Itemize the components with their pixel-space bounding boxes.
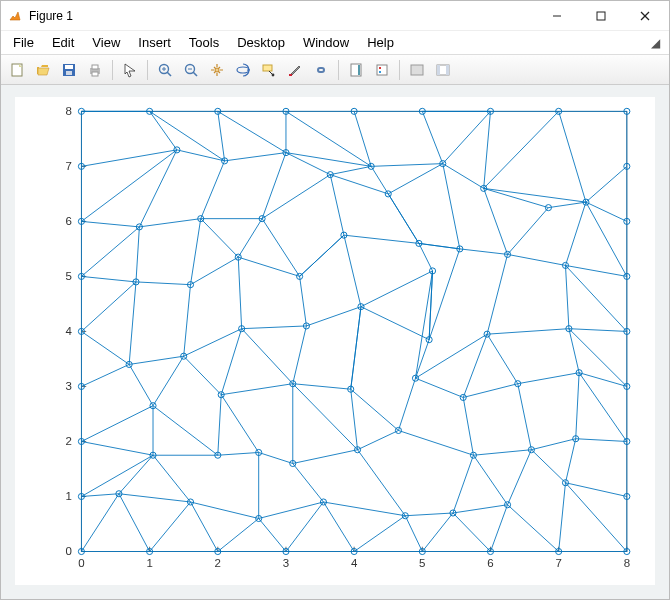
- svg-text:3: 3: [283, 557, 289, 569]
- menu-edit[interactable]: Edit: [44, 33, 82, 52]
- menu-insert[interactable]: Insert: [130, 33, 179, 52]
- svg-rect-33: [446, 65, 449, 75]
- zoom-in-button[interactable]: [153, 58, 177, 82]
- dock-chevron-icon[interactable]: ◢: [645, 36, 665, 50]
- svg-rect-1: [597, 12, 605, 20]
- svg-text:5: 5: [419, 557, 425, 569]
- window-title: Figure 1: [29, 9, 73, 23]
- svg-text:2: 2: [65, 435, 71, 447]
- svg-rect-6: [65, 65, 73, 69]
- menu-file[interactable]: File: [5, 33, 42, 52]
- close-button[interactable]: [623, 2, 667, 30]
- svg-rect-29: [379, 71, 381, 73]
- menu-help[interactable]: Help: [359, 33, 402, 52]
- svg-text:4: 4: [65, 325, 72, 337]
- svg-text:6: 6: [487, 557, 493, 569]
- svg-rect-32: [437, 65, 440, 75]
- brush-button[interactable]: [283, 58, 307, 82]
- matlab-icon: [7, 8, 23, 24]
- menu-desktop[interactable]: Desktop: [229, 33, 293, 52]
- toolbar-separator: [147, 60, 148, 80]
- minimize-button[interactable]: [535, 2, 579, 30]
- link-button[interactable]: [309, 58, 333, 82]
- axes-svg: 012345678012345678: [15, 97, 655, 585]
- svg-rect-10: [92, 72, 98, 76]
- new-figure-button[interactable]: [5, 58, 29, 82]
- svg-line-12: [167, 72, 171, 76]
- svg-text:4: 4: [351, 557, 358, 569]
- svg-text:1: 1: [65, 490, 71, 502]
- axes[interactable]: 012345678012345678: [15, 97, 655, 585]
- toolbar-separator: [338, 60, 339, 80]
- insert-legend-button[interactable]: [370, 58, 394, 82]
- svg-text:8: 8: [624, 557, 630, 569]
- svg-rect-21: [263, 65, 272, 71]
- menubar: File Edit View Insert Tools Desktop Wind…: [1, 31, 669, 55]
- edit-plot-button[interactable]: [118, 58, 142, 82]
- svg-text:0: 0: [65, 545, 71, 557]
- svg-point-19: [237, 67, 249, 73]
- svg-text:7: 7: [65, 160, 71, 172]
- hide-plot-tools-button[interactable]: [405, 58, 429, 82]
- toolbar: [1, 55, 669, 85]
- svg-text:2: 2: [215, 557, 221, 569]
- svg-text:5: 5: [65, 270, 71, 282]
- svg-rect-9: [92, 65, 98, 69]
- save-button[interactable]: [57, 58, 81, 82]
- toolbar-separator: [112, 60, 113, 80]
- svg-text:0: 0: [78, 557, 84, 569]
- svg-rect-30: [411, 65, 423, 75]
- menu-view[interactable]: View: [84, 33, 128, 52]
- menu-window[interactable]: Window: [295, 33, 357, 52]
- svg-text:7: 7: [555, 557, 561, 569]
- open-button[interactable]: [31, 58, 55, 82]
- insert-colorbar-button[interactable]: [344, 58, 368, 82]
- menu-tools[interactable]: Tools: [181, 33, 227, 52]
- svg-point-18: [215, 68, 219, 72]
- toolbar-separator: [399, 60, 400, 80]
- svg-line-16: [193, 72, 197, 76]
- svg-rect-27: [377, 65, 387, 75]
- figure-area: 012345678012345678: [1, 85, 669, 599]
- svg-point-23: [272, 73, 275, 76]
- zoom-out-button[interactable]: [179, 58, 203, 82]
- print-button[interactable]: [83, 58, 107, 82]
- maximize-button[interactable]: [579, 2, 623, 30]
- data-cursor-button[interactable]: [257, 58, 281, 82]
- titlebar: Figure 1: [1, 1, 669, 31]
- svg-rect-26: [358, 65, 360, 75]
- svg-text:3: 3: [65, 380, 71, 392]
- svg-text:1: 1: [146, 557, 152, 569]
- svg-rect-24: [289, 74, 292, 76]
- svg-rect-7: [66, 71, 72, 75]
- rotate-3d-button[interactable]: [231, 58, 255, 82]
- svg-rect-28: [379, 67, 381, 69]
- show-plot-tools-button[interactable]: [431, 58, 455, 82]
- figure-window: Figure 1 File Edit View Insert Tools Des…: [0, 0, 670, 600]
- svg-text:8: 8: [65, 105, 71, 117]
- svg-text:6: 6: [65, 215, 71, 227]
- pan-button[interactable]: [205, 58, 229, 82]
